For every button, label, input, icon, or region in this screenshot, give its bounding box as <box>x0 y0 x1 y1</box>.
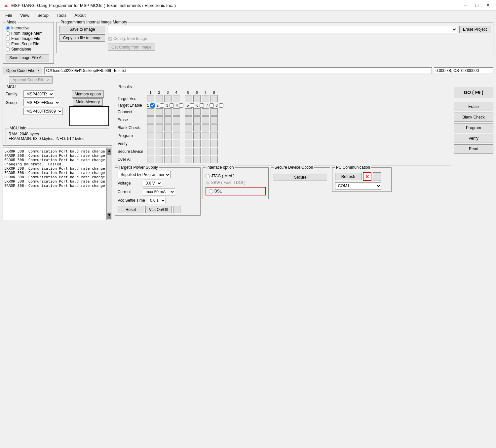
mode-from-script-file[interactable]: From Script File <box>6 42 51 46</box>
main-memory-btn[interactable]: Main Memory <box>73 98 103 106</box>
verify-1 <box>147 140 154 147</box>
menu-tools[interactable]: Tools <box>53 12 70 19</box>
save-image-file-btn[interactable]: Save Image File As.. <box>6 54 49 61</box>
log-box[interactable]: ERROR 308: Communication Port baud rate … <box>3 148 107 220</box>
power-supply-box: Target's Power Supply Supplied by Progra… <box>115 167 201 216</box>
code-file-path-input[interactable]: C:\Users\a0223954\Desktop\FR5969_Test.tx… <box>44 67 432 74</box>
close-button[interactable]: ✕ <box>483 1 493 9</box>
connect-btn[interactable] <box>373 172 381 181</box>
radio-standalone[interactable] <box>6 47 10 52</box>
radio-from-image-mem[interactable] <box>6 31 10 36</box>
group-select[interactable]: MSP430FR5xx <box>23 99 60 106</box>
mode-from-image-file[interactable]: From Image File <box>6 36 51 41</box>
menu-view[interactable]: View <box>16 12 33 19</box>
config-from-image-label: Config. from Image <box>113 36 147 41</box>
radio-from-script-file[interactable] <box>6 42 10 46</box>
scrollbar-up-btn[interactable]: ▲ <box>107 149 111 155</box>
te-2-check[interactable] <box>160 103 164 108</box>
memory-display <box>69 106 109 126</box>
go-button[interactable]: GO ( F9 ) <box>454 87 493 98</box>
save-to-image-btn[interactable]: Save to Image <box>59 26 105 33</box>
current-select[interactable]: max 50 mA max 100 mA <box>143 188 175 195</box>
pc-comm-box: PC Communication Refresh ✕ COM1 COM2 COM… <box>332 167 392 192</box>
vcc-on-off-btn[interactable]: Vcc On/Off <box>145 206 172 213</box>
te-6-check[interactable] <box>200 103 204 108</box>
radio-bsl[interactable] <box>209 189 213 193</box>
bc-6 <box>193 124 201 131</box>
menu-file[interactable]: File <box>1 12 16 19</box>
connect-4 <box>173 108 180 116</box>
log-line-4: Changing Baudrate...Failed <box>4 162 105 166</box>
connect-3 <box>164 108 172 116</box>
vcc-status-indicator <box>173 206 180 213</box>
jtag-label: JTAG ( Med ) <box>211 174 235 178</box>
maximize-button[interactable]: □ <box>472 1 482 9</box>
ram-info: RAM: 2048 bytes <box>9 132 106 136</box>
bsl-option[interactable]: BSL <box>206 187 266 195</box>
refresh-btn[interactable]: Refresh <box>335 173 362 180</box>
te-3-check[interactable] <box>170 103 174 108</box>
voltage-select[interactable]: 3.6 V 3.3 V 3.0 V 2.5 V <box>143 180 162 187</box>
verify-button[interactable]: Verify <box>454 134 493 143</box>
te-7-check[interactable] <box>210 103 214 108</box>
oa-7 <box>202 156 209 163</box>
connect-8 <box>210 108 218 116</box>
erase-button[interactable]: Erase <box>454 102 493 111</box>
read-button[interactable]: Read <box>454 144 493 154</box>
sd-4 <box>173 148 180 155</box>
family-select[interactable]: MSP430FR <box>23 90 54 98</box>
menu-setup[interactable]: Setup <box>33 12 53 19</box>
log-line-3: ERROR 308: Communication Port baud rate … <box>4 158 105 162</box>
erase-project-btn[interactable]: Erase Project <box>459 26 490 33</box>
lower-section: Target's Power Supply Supplied by Progra… <box>115 167 451 216</box>
menu-about[interactable]: About <box>70 12 90 19</box>
copy-bin-btn[interactable]: Copy bin file to Image <box>59 34 105 42</box>
radio-from-image-file[interactable] <box>6 37 10 41</box>
open-code-file-btn[interactable]: Open Code File -> <box>3 67 42 74</box>
program-button[interactable]: Program <box>454 123 493 132</box>
oa-6 <box>193 156 201 163</box>
erase-6 <box>193 116 201 123</box>
vcc-settle-select[interactable]: 0.0 s 0.5 s 1.0 s <box>147 197 166 204</box>
te-8-check[interactable] <box>219 103 223 108</box>
mode-from-image-mem[interactable]: From Image Mem. <box>6 31 51 36</box>
radio-jtag[interactable] <box>206 174 210 178</box>
reset-btn[interactable]: Reset <box>118 206 144 213</box>
col8-label: 8 <box>210 90 218 94</box>
blank-check-button[interactable]: Blank Check <box>454 113 493 122</box>
radio-interactive[interactable] <box>6 26 10 30</box>
bc-3 <box>164 124 172 131</box>
te-5-check[interactable] <box>190 103 194 108</box>
result-erase-row: Erase <box>118 116 448 123</box>
te-1-check[interactable] <box>150 103 155 108</box>
bc-4 <box>173 124 180 131</box>
app-icon: 🔺 <box>3 2 9 9</box>
blank-check-result-label: Blank Check <box>118 125 146 130</box>
mcu-info-label: MCU Info <box>9 126 27 130</box>
image-select[interactable] <box>108 26 457 33</box>
mode-standalone-label: Standalone <box>11 47 31 52</box>
minimize-button[interactable]: – <box>460 1 471 9</box>
log-area: ERROR 308: Communication Port baud rate … <box>3 148 112 220</box>
te-4-check[interactable] <box>179 103 183 108</box>
supply-select[interactable]: Supplied by Programmer External Power <box>118 171 171 178</box>
secure-btn[interactable]: Secure <box>274 174 327 181</box>
memory-option-btn[interactable]: Memory option <box>72 90 104 98</box>
port-select[interactable]: COM1 COM2 COM3 <box>335 182 381 190</box>
scrollbar-down-btn[interactable]: ▼ <box>107 213 111 219</box>
jtag-option[interactable]: JTAG ( Med ) <box>206 174 266 178</box>
title-text: MSP-GANG: Gang Programmer for MSP MCUs (… <box>11 3 176 8</box>
disconnect-btn[interactable]: ✕ <box>363 172 371 181</box>
prog-3 <box>164 132 172 139</box>
device-select[interactable]: MSP430FR5969 <box>23 108 63 115</box>
mode-standalone[interactable]: Standalone <box>6 47 51 52</box>
result-target-vcc-row: Target Vcc <box>118 95 448 102</box>
verify-6 <box>193 140 201 147</box>
col1-label: 1 <box>147 90 154 94</box>
erase-1 <box>147 116 154 123</box>
append-code-btn[interactable]: Append Code File -> <box>9 76 53 84</box>
te-3-label: 3 <box>166 103 168 107</box>
mode-interactive[interactable]: Interactive <box>6 26 51 30</box>
get-config-btn[interactable]: Get Config from Image <box>108 44 155 51</box>
mcu-box: MCU Family: MSP430FR Group: MSP430FR <box>3 87 112 146</box>
